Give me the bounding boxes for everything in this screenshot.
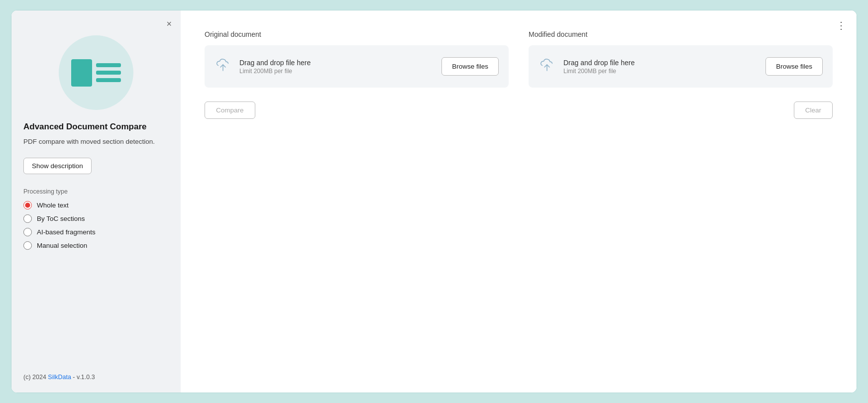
- app-window: × Advanced Document Compare PDF compare …: [11, 10, 857, 393]
- app-title: Advanced Document Compare: [23, 122, 169, 132]
- upload-cloud-icon-modified: [539, 58, 555, 75]
- modified-limit-text: Limit 200MB per file: [563, 68, 758, 75]
- logo-lines-icon: [96, 63, 121, 82]
- processing-type-label: Processing type: [23, 188, 169, 195]
- radio-input-ai-fragments[interactable]: [23, 228, 32, 236]
- close-button[interactable]: ×: [166, 19, 172, 28]
- radio-label-whole-text: Whole text: [37, 202, 69, 209]
- footer: (c) 2024 SilkData - v.1.0.3: [23, 374, 169, 381]
- upload-cloud-icon-original: [215, 58, 231, 75]
- logo-line-1: [96, 63, 121, 67]
- app-description: PDF compare with moved section detection…: [23, 137, 169, 147]
- modified-browse-button[interactable]: Browse files: [765, 57, 823, 76]
- modified-drop-text: Drag and drop file here Limit 200MB per …: [563, 59, 758, 75]
- modified-dropzone[interactable]: Drag and drop file here Limit 200MB per …: [529, 45, 833, 88]
- radio-label-manual-selection: Manual selection: [37, 242, 87, 249]
- original-dropzone[interactable]: Drag and drop file here Limit 200MB per …: [205, 45, 509, 88]
- upload-section: Original document Drag and drop file her…: [205, 30, 833, 88]
- original-drop-text: Drag and drop file here Limit 200MB per …: [239, 59, 434, 75]
- modified-document-label: Modified document: [529, 30, 833, 38]
- original-browse-button[interactable]: Browse files: [441, 57, 499, 76]
- original-document-col: Original document Drag and drop file her…: [205, 30, 509, 88]
- radio-toc-sections[interactable]: By ToC sections: [23, 214, 169, 223]
- original-drag-drop-title: Drag and drop file here: [239, 59, 434, 67]
- modified-document-col: Modified document Drag and drop file her…: [529, 30, 833, 88]
- original-document-label: Original document: [205, 30, 509, 38]
- radio-label-ai-fragments: AI-based fragments: [37, 228, 96, 236]
- clear-button[interactable]: Clear: [794, 101, 833, 119]
- copyright-text: (c) 2024: [23, 374, 48, 381]
- radio-input-whole-text[interactable]: [23, 201, 32, 209]
- radio-label-toc-sections: By ToC sections: [37, 215, 85, 222]
- logo-doc-icon: [71, 59, 92, 87]
- radio-whole-text[interactable]: Whole text: [23, 201, 169, 209]
- version-text: - v.1.0.3: [71, 374, 95, 381]
- radio-ai-fragments[interactable]: AI-based fragments: [23, 228, 169, 236]
- logo-icon: [71, 59, 121, 87]
- radio-input-toc-sections[interactable]: [23, 214, 32, 223]
- radio-input-manual-selection[interactable]: [23, 241, 32, 250]
- silkdata-link[interactable]: SilkData: [48, 374, 71, 381]
- actions-row: Compare Clear: [205, 101, 833, 119]
- logo-circle: [59, 35, 133, 110]
- processing-type-radio-group: Whole text By ToC sections AI-based frag…: [23, 201, 169, 250]
- logo-line-3: [96, 78, 121, 82]
- sidebar: × Advanced Document Compare PDF compare …: [11, 10, 181, 393]
- original-limit-text: Limit 200MB per file: [239, 68, 434, 75]
- show-description-button[interactable]: Show description: [23, 158, 92, 174]
- radio-manual-selection[interactable]: Manual selection: [23, 241, 169, 250]
- modified-drag-drop-title: Drag and drop file here: [563, 59, 758, 67]
- main-content: ⋮ Original document Drag and drop file h…: [181, 10, 857, 393]
- compare-button[interactable]: Compare: [205, 101, 255, 119]
- logo-line-2: [96, 71, 121, 75]
- more-options-button[interactable]: ⋮: [836, 20, 847, 30]
